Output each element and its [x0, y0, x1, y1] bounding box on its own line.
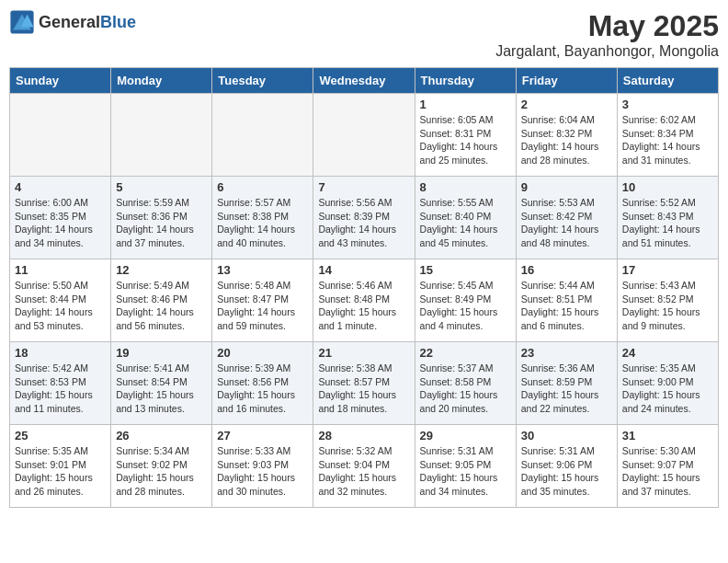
- week-row-3: 11Sunrise: 5:50 AM Sunset: 8:44 PM Dayli…: [10, 259, 719, 342]
- calendar-cell: 18Sunrise: 5:42 AM Sunset: 8:53 PM Dayli…: [10, 342, 111, 425]
- page-title: May 2025: [495, 9, 719, 43]
- day-header-monday: Monday: [111, 68, 212, 94]
- day-number: 3: [622, 98, 713, 111]
- day-info: Sunrise: 5:44 AM Sunset: 8:51 PM Dayligh…: [521, 279, 612, 333]
- day-info: Sunrise: 5:59 AM Sunset: 8:36 PM Dayligh…: [116, 196, 207, 250]
- day-header-thursday: Thursday: [415, 68, 516, 94]
- day-number: 7: [318, 180, 409, 194]
- day-number: 1: [420, 98, 511, 111]
- day-info: Sunrise: 5:32 AM Sunset: 9:04 PM Dayligh…: [318, 444, 409, 499]
- week-row-4: 18Sunrise: 5:42 AM Sunset: 8:53 PM Dayli…: [10, 342, 719, 425]
- calendar-cell: 21Sunrise: 5:38 AM Sunset: 8:57 PM Dayli…: [313, 342, 415, 425]
- day-info: Sunrise: 6:05 AM Sunset: 8:31 PM Dayligh…: [420, 113, 511, 167]
- day-number: 29: [420, 429, 511, 442]
- day-number: 21: [318, 346, 409, 360]
- day-number: 22: [420, 346, 511, 360]
- day-info: Sunrise: 5:31 AM Sunset: 9:05 PM Dayligh…: [420, 444, 511, 499]
- logo-general: General: [39, 13, 100, 31]
- day-number: 17: [622, 263, 713, 277]
- calendar-cell: 5Sunrise: 5:59 AM Sunset: 8:36 PM Daylig…: [111, 177, 212, 259]
- calendar-cell: 13Sunrise: 5:48 AM Sunset: 8:47 PM Dayli…: [212, 259, 313, 342]
- calendar-cell: 25Sunrise: 5:35 AM Sunset: 9:01 PM Dayli…: [10, 425, 111, 508]
- day-number: 6: [217, 180, 308, 194]
- calendar-cell: 29Sunrise: 5:31 AM Sunset: 9:05 PM Dayli…: [415, 425, 516, 508]
- calendar-cell: 26Sunrise: 5:34 AM Sunset: 9:02 PM Dayli…: [111, 425, 212, 508]
- calendar-cell: 30Sunrise: 5:31 AM Sunset: 9:06 PM Dayli…: [516, 425, 617, 508]
- logo: GeneralBlue: [9, 9, 136, 35]
- day-number: 27: [217, 429, 308, 442]
- day-info: Sunrise: 5:56 AM Sunset: 8:39 PM Dayligh…: [318, 196, 409, 250]
- calendar-body: 1Sunrise: 6:05 AM Sunset: 8:31 PM Daylig…: [10, 94, 719, 508]
- calendar-cell: 3Sunrise: 6:02 AM Sunset: 8:34 PM Daylig…: [617, 94, 718, 177]
- day-header-saturday: Saturday: [617, 68, 718, 94]
- day-number: 26: [116, 429, 207, 442]
- day-header-friday: Friday: [516, 68, 617, 94]
- title-area: May 2025 Jargalant, Bayanhongor, Mongoli…: [495, 9, 719, 60]
- calendar-cell: 19Sunrise: 5:41 AM Sunset: 8:54 PM Dayli…: [111, 342, 212, 425]
- page-subtitle: Jargalant, Bayanhongor, Mongolia: [495, 43, 719, 60]
- week-row-1: 1Sunrise: 6:05 AM Sunset: 8:31 PM Daylig…: [10, 94, 719, 177]
- day-header-wednesday: Wednesday: [313, 68, 415, 94]
- calendar-cell: 10Sunrise: 5:52 AM Sunset: 8:43 PM Dayli…: [617, 177, 718, 259]
- calendar-cell: 8Sunrise: 5:55 AM Sunset: 8:40 PM Daylig…: [415, 177, 516, 259]
- day-info: Sunrise: 5:31 AM Sunset: 9:06 PM Dayligh…: [521, 444, 612, 499]
- day-number: 20: [217, 346, 308, 360]
- day-number: 15: [420, 263, 511, 277]
- day-info: Sunrise: 6:02 AM Sunset: 8:34 PM Dayligh…: [622, 113, 713, 167]
- day-number: 12: [116, 263, 207, 277]
- day-info: Sunrise: 5:55 AM Sunset: 8:40 PM Dayligh…: [420, 196, 511, 250]
- day-info: Sunrise: 5:53 AM Sunset: 8:42 PM Dayligh…: [521, 196, 612, 250]
- day-number: 23: [521, 346, 612, 360]
- day-info: Sunrise: 5:30 AM Sunset: 9:07 PM Dayligh…: [622, 444, 713, 499]
- week-row-2: 4Sunrise: 6:00 AM Sunset: 8:35 PM Daylig…: [10, 177, 719, 259]
- day-number: 9: [521, 180, 612, 194]
- day-info: Sunrise: 5:36 AM Sunset: 8:59 PM Dayligh…: [521, 362, 612, 416]
- day-number: 5: [116, 180, 207, 194]
- day-info: Sunrise: 5:48 AM Sunset: 8:47 PM Dayligh…: [217, 279, 308, 333]
- page-header: GeneralBlue May 2025 Jargalant, Bayanhon…: [9, 9, 719, 60]
- calendar-cell: 27Sunrise: 5:33 AM Sunset: 9:03 PM Dayli…: [212, 425, 313, 508]
- calendar-cell: 15Sunrise: 5:45 AM Sunset: 8:49 PM Dayli…: [415, 259, 516, 342]
- calendar-table: SundayMondayTuesdayWednesdayThursdayFrid…: [9, 67, 719, 508]
- calendar-cell: [111, 94, 212, 177]
- day-info: Sunrise: 5:41 AM Sunset: 8:54 PM Dayligh…: [116, 362, 207, 416]
- day-number: 13: [217, 263, 308, 277]
- calendar-cell: 9Sunrise: 5:53 AM Sunset: 8:42 PM Daylig…: [516, 177, 617, 259]
- day-info: Sunrise: 6:00 AM Sunset: 8:35 PM Dayligh…: [15, 196, 106, 250]
- day-info: Sunrise: 5:46 AM Sunset: 8:48 PM Dayligh…: [318, 279, 409, 333]
- week-row-5: 25Sunrise: 5:35 AM Sunset: 9:01 PM Dayli…: [10, 425, 719, 508]
- day-info: Sunrise: 5:35 AM Sunset: 9:00 PM Dayligh…: [622, 362, 713, 416]
- day-info: Sunrise: 5:50 AM Sunset: 8:44 PM Dayligh…: [15, 279, 106, 333]
- calendar-cell: 14Sunrise: 5:46 AM Sunset: 8:48 PM Dayli…: [313, 259, 415, 342]
- day-number: 4: [15, 180, 106, 194]
- day-number: 2: [521, 98, 612, 111]
- calendar-cell: [313, 94, 415, 177]
- calendar-cell: 20Sunrise: 5:39 AM Sunset: 8:56 PM Dayli…: [212, 342, 313, 425]
- day-info: Sunrise: 6:04 AM Sunset: 8:32 PM Dayligh…: [521, 113, 612, 167]
- day-number: 24: [622, 346, 713, 360]
- day-number: 8: [420, 180, 511, 194]
- logo-blue: Blue: [100, 13, 136, 31]
- calendar-cell: 4Sunrise: 6:00 AM Sunset: 8:35 PM Daylig…: [10, 177, 111, 259]
- logo-icon: [9, 9, 35, 35]
- day-number: 31: [622, 429, 713, 442]
- days-header: SundayMondayTuesdayWednesdayThursdayFrid…: [10, 68, 719, 94]
- day-info: Sunrise: 5:38 AM Sunset: 8:57 PM Dayligh…: [318, 362, 409, 416]
- day-number: 14: [318, 263, 409, 277]
- day-info: Sunrise: 5:34 AM Sunset: 9:02 PM Dayligh…: [116, 444, 207, 499]
- day-number: 11: [15, 263, 106, 277]
- calendar-cell: [212, 94, 313, 177]
- calendar-cell: 6Sunrise: 5:57 AM Sunset: 8:38 PM Daylig…: [212, 177, 313, 259]
- calendar-cell: 2Sunrise: 6:04 AM Sunset: 8:32 PM Daylig…: [516, 94, 617, 177]
- day-header-sunday: Sunday: [10, 68, 111, 94]
- calendar-cell: 31Sunrise: 5:30 AM Sunset: 9:07 PM Dayli…: [617, 425, 718, 508]
- day-number: 25: [15, 429, 106, 442]
- day-number: 16: [521, 263, 612, 277]
- calendar-cell: 23Sunrise: 5:36 AM Sunset: 8:59 PM Dayli…: [516, 342, 617, 425]
- calendar-cell: 1Sunrise: 6:05 AM Sunset: 8:31 PM Daylig…: [415, 94, 516, 177]
- calendar-cell: 12Sunrise: 5:49 AM Sunset: 8:46 PM Dayli…: [111, 259, 212, 342]
- day-info: Sunrise: 5:45 AM Sunset: 8:49 PM Dayligh…: [420, 279, 511, 333]
- calendar-cell: 17Sunrise: 5:43 AM Sunset: 8:52 PM Dayli…: [617, 259, 718, 342]
- day-info: Sunrise: 5:35 AM Sunset: 9:01 PM Dayligh…: [15, 444, 106, 499]
- day-number: 28: [318, 429, 409, 442]
